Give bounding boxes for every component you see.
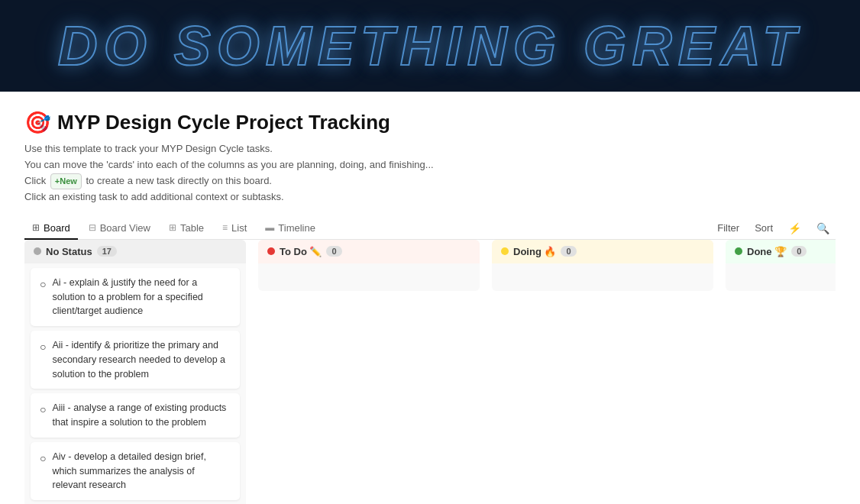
tab-board-view-label: Board View (100, 222, 150, 234)
tab-table[interactable]: ⊞ Table (161, 218, 212, 240)
desc-line-2: You can move the 'cards' into each of th… (24, 159, 434, 170)
todo-label: To Do ✏️ (280, 246, 322, 257)
column-doing: Doing 🔥 0 (492, 240, 713, 291)
search-button[interactable]: 🔍 (810, 219, 836, 237)
task-aiv-icon: ○ (40, 451, 46, 467)
column-header-doing: Doing 🔥 0 (492, 240, 713, 263)
sort-label: Sort (755, 222, 773, 234)
no-status-dot (34, 247, 41, 255)
filter-label: Filter (717, 222, 739, 234)
doing-label: Doing 🔥 (513, 246, 556, 257)
doing-empty (498, 268, 707, 286)
tab-board[interactable]: ⊞ Board (24, 218, 78, 240)
board-container: No Status 17 ○ Ai - explain & justify th… (24, 240, 836, 504)
done-label: Done 🏆 (747, 246, 787, 257)
doing-dot (501, 247, 509, 255)
task-aiv-text: Aiv - develop a detailed design brief, w… (52, 450, 231, 493)
desc-line-3: Click (24, 175, 49, 186)
no-status-label: No Status (46, 246, 92, 257)
task-aii-icon: ○ (40, 339, 46, 355)
tab-list-label: List (231, 222, 247, 234)
task-aiii-icon: ○ (40, 402, 46, 418)
tab-timeline-label: Timeline (278, 222, 315, 234)
desc-line-4: Click an existing task to add additional… (24, 191, 284, 202)
new-badge[interactable]: New (50, 173, 82, 190)
page-description: Use this template to track your MYP Desi… (24, 141, 836, 205)
todo-empty (264, 268, 474, 286)
no-status-count: 17 (97, 246, 117, 257)
doing-cards (492, 263, 713, 291)
desc-line-1: Use this template to track your MYP Desi… (24, 143, 273, 154)
task-card-aii[interactable]: ○ Aii - identify & prioritize the primar… (31, 331, 240, 389)
tab-table-label: Table (180, 222, 204, 234)
tab-list[interactable]: ≡ List (215, 218, 254, 240)
done-count: 0 (791, 246, 807, 257)
task-aiii-text: Aiii - analyse a range of existing produ… (52, 401, 231, 430)
page-content: 🎯 MYP Design Cycle Project Tracking Use … (0, 92, 860, 504)
done-cards (726, 263, 836, 291)
automation-button[interactable]: ⚡ (782, 219, 807, 237)
column-done: Done 🏆 0 (726, 240, 836, 291)
task-card-ai[interactable]: ○ Ai - explain & justify the need for a … (31, 268, 240, 326)
hero-banner: DO SOMETHING GREAT (0, 0, 860, 92)
desc-line-3b: to create a new task directly on this bo… (83, 175, 272, 186)
no-status-cards: ○ Ai - explain & justify the need for a … (24, 263, 246, 504)
todo-cards (258, 263, 480, 291)
page-title: MYP Design Cycle Project Tracking (57, 111, 390, 134)
tab-board-view[interactable]: ⊟ Board View (81, 218, 158, 240)
todo-count: 0 (326, 246, 341, 257)
board-view-icon: ⊟ (89, 222, 96, 233)
column-todo: To Do ✏️ 0 (258, 240, 480, 291)
column-no-status: No Status 17 ○ Ai - explain & justify th… (24, 240, 246, 504)
table-icon: ⊞ (169, 222, 176, 233)
column-header-done: Done 🏆 0 (726, 240, 836, 263)
tab-board-label: Board (44, 222, 70, 234)
filter-button[interactable]: Filter (711, 219, 745, 237)
column-header-todo: To Do ✏️ 0 (258, 240, 480, 263)
task-card-aiv[interactable]: ○ Aiv - develop a detailed design brief,… (31, 442, 240, 500)
automation-icon: ⚡ (788, 222, 801, 234)
column-header-no-status: No Status 17 (24, 240, 246, 263)
doing-count: 0 (561, 246, 576, 257)
task-aii-text: Aii - identify & prioritize the primary … (52, 338, 231, 381)
done-empty (732, 268, 836, 286)
done-dot (735, 247, 742, 255)
task-card-aiii[interactable]: ○ Aiii - analyse a range of existing pro… (31, 393, 240, 438)
task-ai-icon: ○ (40, 276, 46, 292)
board-icon: ⊞ (32, 222, 40, 233)
search-icon: 🔍 (816, 222, 829, 234)
tab-timeline[interactable]: ▬ Timeline (257, 218, 323, 240)
tabs-row: ⊞ Board ⊟ Board View ⊞ Table ≡ List ▬ Ti… (24, 218, 836, 240)
list-icon: ≡ (222, 222, 228, 233)
sort-button[interactable]: Sort (748, 219, 779, 237)
page-emoji: 🎯 (24, 110, 51, 135)
task-ai-text: Ai - explain & justify the need for a so… (52, 276, 231, 318)
timeline-icon: ▬ (265, 222, 274, 233)
todo-dot (267, 247, 275, 255)
page-title-row: 🎯 MYP Design Cycle Project Tracking (24, 110, 836, 135)
hero-text: DO SOMETHING GREAT (58, 15, 803, 77)
